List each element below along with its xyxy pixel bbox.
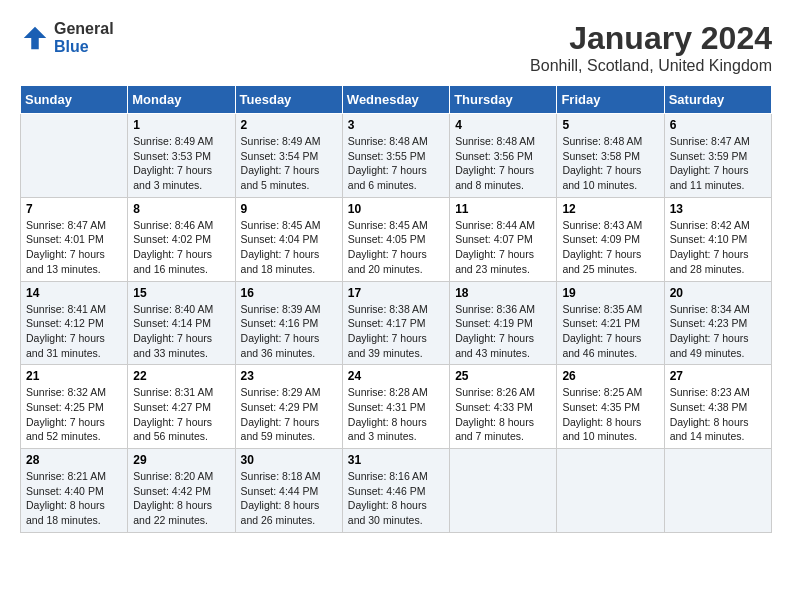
day-number: 3 bbox=[348, 118, 444, 132]
calendar-table: SundayMondayTuesdayWednesdayThursdayFrid… bbox=[20, 85, 772, 533]
day-number: 22 bbox=[133, 369, 229, 383]
calendar-cell: 29Sunrise: 8:20 AMSunset: 4:42 PMDayligh… bbox=[128, 449, 235, 533]
calendar-cell: 31Sunrise: 8:16 AMSunset: 4:46 PMDayligh… bbox=[342, 449, 449, 533]
day-number: 13 bbox=[670, 202, 766, 216]
logo-text: General Blue bbox=[54, 20, 114, 55]
day-info: Sunrise: 8:48 AMSunset: 3:58 PMDaylight:… bbox=[562, 134, 658, 193]
day-info: Sunrise: 8:18 AMSunset: 4:44 PMDaylight:… bbox=[241, 469, 337, 528]
calendar-cell: 26Sunrise: 8:25 AMSunset: 4:35 PMDayligh… bbox=[557, 365, 664, 449]
day-info: Sunrise: 8:21 AMSunset: 4:40 PMDaylight:… bbox=[26, 469, 122, 528]
calendar-cell: 21Sunrise: 8:32 AMSunset: 4:25 PMDayligh… bbox=[21, 365, 128, 449]
day-info: Sunrise: 8:20 AMSunset: 4:42 PMDaylight:… bbox=[133, 469, 229, 528]
calendar-header: SundayMondayTuesdayWednesdayThursdayFrid… bbox=[21, 86, 772, 114]
day-number: 4 bbox=[455, 118, 551, 132]
day-number: 26 bbox=[562, 369, 658, 383]
day-number: 30 bbox=[241, 453, 337, 467]
day-info: Sunrise: 8:34 AMSunset: 4:23 PMDaylight:… bbox=[670, 302, 766, 361]
calendar-cell: 5Sunrise: 8:48 AMSunset: 3:58 PMDaylight… bbox=[557, 114, 664, 198]
day-number: 31 bbox=[348, 453, 444, 467]
calendar-cell: 23Sunrise: 8:29 AMSunset: 4:29 PMDayligh… bbox=[235, 365, 342, 449]
calendar-cell: 25Sunrise: 8:26 AMSunset: 4:33 PMDayligh… bbox=[450, 365, 557, 449]
day-info: Sunrise: 8:39 AMSunset: 4:16 PMDaylight:… bbox=[241, 302, 337, 361]
day-info: Sunrise: 8:32 AMSunset: 4:25 PMDaylight:… bbox=[26, 385, 122, 444]
week-row-5: 28Sunrise: 8:21 AMSunset: 4:40 PMDayligh… bbox=[21, 449, 772, 533]
day-number: 8 bbox=[133, 202, 229, 216]
day-number: 11 bbox=[455, 202, 551, 216]
calendar-cell bbox=[557, 449, 664, 533]
calendar-cell: 9Sunrise: 8:45 AMSunset: 4:04 PMDaylight… bbox=[235, 197, 342, 281]
header-day-monday: Monday bbox=[128, 86, 235, 114]
day-number: 15 bbox=[133, 286, 229, 300]
calendar-cell: 27Sunrise: 8:23 AMSunset: 4:38 PMDayligh… bbox=[664, 365, 771, 449]
day-info: Sunrise: 8:44 AMSunset: 4:07 PMDaylight:… bbox=[455, 218, 551, 277]
day-info: Sunrise: 8:38 AMSunset: 4:17 PMDaylight:… bbox=[348, 302, 444, 361]
day-number: 7 bbox=[26, 202, 122, 216]
day-info: Sunrise: 8:48 AMSunset: 3:55 PMDaylight:… bbox=[348, 134, 444, 193]
calendar-cell: 6Sunrise: 8:47 AMSunset: 3:59 PMDaylight… bbox=[664, 114, 771, 198]
day-number: 19 bbox=[562, 286, 658, 300]
header-day-tuesday: Tuesday bbox=[235, 86, 342, 114]
calendar-cell: 8Sunrise: 8:46 AMSunset: 4:02 PMDaylight… bbox=[128, 197, 235, 281]
page-subtitle: Bonhill, Scotland, United Kingdom bbox=[530, 57, 772, 75]
day-number: 25 bbox=[455, 369, 551, 383]
day-info: Sunrise: 8:28 AMSunset: 4:31 PMDaylight:… bbox=[348, 385, 444, 444]
calendar-cell: 4Sunrise: 8:48 AMSunset: 3:56 PMDaylight… bbox=[450, 114, 557, 198]
calendar-cell: 14Sunrise: 8:41 AMSunset: 4:12 PMDayligh… bbox=[21, 281, 128, 365]
day-number: 18 bbox=[455, 286, 551, 300]
day-number: 27 bbox=[670, 369, 766, 383]
calendar-cell: 10Sunrise: 8:45 AMSunset: 4:05 PMDayligh… bbox=[342, 197, 449, 281]
day-number: 10 bbox=[348, 202, 444, 216]
day-info: Sunrise: 8:46 AMSunset: 4:02 PMDaylight:… bbox=[133, 218, 229, 277]
page-header: General Blue January 2024 Bonhill, Scotl… bbox=[20, 20, 772, 75]
header-day-thursday: Thursday bbox=[450, 86, 557, 114]
day-info: Sunrise: 8:31 AMSunset: 4:27 PMDaylight:… bbox=[133, 385, 229, 444]
header-day-sunday: Sunday bbox=[21, 86, 128, 114]
week-row-2: 7Sunrise: 8:47 AMSunset: 4:01 PMDaylight… bbox=[21, 197, 772, 281]
day-number: 23 bbox=[241, 369, 337, 383]
day-number: 1 bbox=[133, 118, 229, 132]
day-number: 2 bbox=[241, 118, 337, 132]
calendar-cell bbox=[21, 114, 128, 198]
day-number: 12 bbox=[562, 202, 658, 216]
calendar-cell: 17Sunrise: 8:38 AMSunset: 4:17 PMDayligh… bbox=[342, 281, 449, 365]
page-title: January 2024 bbox=[530, 20, 772, 57]
day-info: Sunrise: 8:42 AMSunset: 4:10 PMDaylight:… bbox=[670, 218, 766, 277]
day-info: Sunrise: 8:40 AMSunset: 4:14 PMDaylight:… bbox=[133, 302, 229, 361]
calendar-cell: 22Sunrise: 8:31 AMSunset: 4:27 PMDayligh… bbox=[128, 365, 235, 449]
day-info: Sunrise: 8:29 AMSunset: 4:29 PMDaylight:… bbox=[241, 385, 337, 444]
day-info: Sunrise: 8:49 AMSunset: 3:53 PMDaylight:… bbox=[133, 134, 229, 193]
day-info: Sunrise: 8:48 AMSunset: 3:56 PMDaylight:… bbox=[455, 134, 551, 193]
day-info: Sunrise: 8:45 AMSunset: 4:05 PMDaylight:… bbox=[348, 218, 444, 277]
calendar-body: 1Sunrise: 8:49 AMSunset: 3:53 PMDaylight… bbox=[21, 114, 772, 533]
header-day-wednesday: Wednesday bbox=[342, 86, 449, 114]
calendar-cell: 20Sunrise: 8:34 AMSunset: 4:23 PMDayligh… bbox=[664, 281, 771, 365]
calendar-cell: 18Sunrise: 8:36 AMSunset: 4:19 PMDayligh… bbox=[450, 281, 557, 365]
day-info: Sunrise: 8:26 AMSunset: 4:33 PMDaylight:… bbox=[455, 385, 551, 444]
day-number: 16 bbox=[241, 286, 337, 300]
calendar-cell: 13Sunrise: 8:42 AMSunset: 4:10 PMDayligh… bbox=[664, 197, 771, 281]
day-info: Sunrise: 8:47 AMSunset: 4:01 PMDaylight:… bbox=[26, 218, 122, 277]
header-day-friday: Friday bbox=[557, 86, 664, 114]
day-info: Sunrise: 8:45 AMSunset: 4:04 PMDaylight:… bbox=[241, 218, 337, 277]
svg-marker-0 bbox=[24, 26, 47, 49]
day-info: Sunrise: 8:16 AMSunset: 4:46 PMDaylight:… bbox=[348, 469, 444, 528]
calendar-cell: 16Sunrise: 8:39 AMSunset: 4:16 PMDayligh… bbox=[235, 281, 342, 365]
week-row-4: 21Sunrise: 8:32 AMSunset: 4:25 PMDayligh… bbox=[21, 365, 772, 449]
day-number: 29 bbox=[133, 453, 229, 467]
calendar-cell: 30Sunrise: 8:18 AMSunset: 4:44 PMDayligh… bbox=[235, 449, 342, 533]
logo-general-text: General bbox=[54, 20, 114, 38]
day-info: Sunrise: 8:35 AMSunset: 4:21 PMDaylight:… bbox=[562, 302, 658, 361]
header-row: SundayMondayTuesdayWednesdayThursdayFrid… bbox=[21, 86, 772, 114]
calendar-cell: 19Sunrise: 8:35 AMSunset: 4:21 PMDayligh… bbox=[557, 281, 664, 365]
day-info: Sunrise: 8:49 AMSunset: 3:54 PMDaylight:… bbox=[241, 134, 337, 193]
day-number: 28 bbox=[26, 453, 122, 467]
day-number: 6 bbox=[670, 118, 766, 132]
header-day-saturday: Saturday bbox=[664, 86, 771, 114]
day-number: 14 bbox=[26, 286, 122, 300]
calendar-cell bbox=[664, 449, 771, 533]
calendar-cell: 12Sunrise: 8:43 AMSunset: 4:09 PMDayligh… bbox=[557, 197, 664, 281]
day-info: Sunrise: 8:41 AMSunset: 4:12 PMDaylight:… bbox=[26, 302, 122, 361]
week-row-3: 14Sunrise: 8:41 AMSunset: 4:12 PMDayligh… bbox=[21, 281, 772, 365]
week-row-1: 1Sunrise: 8:49 AMSunset: 3:53 PMDaylight… bbox=[21, 114, 772, 198]
calendar-cell: 7Sunrise: 8:47 AMSunset: 4:01 PMDaylight… bbox=[21, 197, 128, 281]
